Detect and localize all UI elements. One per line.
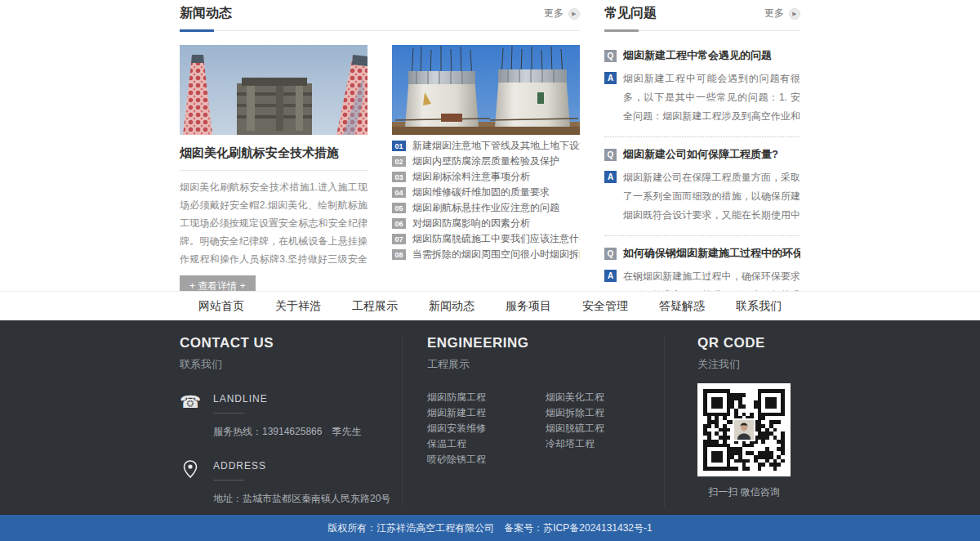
faq-section-title: 常见问题 <box>604 5 657 22</box>
footer-link-anticorrosion[interactable]: 烟囱防腐工程 <box>427 392 546 402</box>
news-list-item[interactable]: 08 当需拆除的烟囱周围空间很小时烟囱拆除施工该如... <box>392 249 580 260</box>
footer-link-beautification[interactable]: 烟囱美化工程 <box>546 392 664 402</box>
news-more-link[interactable]: 更多 ▶ <box>544 7 580 20</box>
faq-item: Q 烟囱新建工程中常会遇见的问题 A 烟囱新建工程中可能会遇到的问题有很多，以下… <box>604 48 800 137</box>
landline-block: ☎ LANDLINE 服务热线：13914625866 季先生 <box>180 393 402 439</box>
qrcode-title-en: QR CODE <box>697 335 800 351</box>
top-section: 新闻动态 更多 ▶ <box>0 0 980 291</box>
list-number-badge: 03 <box>392 172 406 182</box>
contact-title-cn: 联系我们 <box>180 357 402 372</box>
qr-caption: 扫一扫 微信咨询 <box>697 485 791 499</box>
featured-article: 烟囱美化刷航标安全技术措施 烟囱美化刷航标安全技术措施1.进入施工现场必须戴好安… <box>180 45 368 291</box>
copyright-text: 版权所有：江苏祥浩高空工程有限公司 备案号：苏ICP备2024131432号-1 <box>327 521 652 535</box>
main-navigation: 网站首页 关于祥浩 工程展示 新闻动态 服务项目 安全管理 答疑解惑 联系我们 <box>0 291 980 320</box>
news-list-item-title: 烟囱刷标涂料注意事项分析 <box>412 170 530 184</box>
news-list-item[interactable]: 04 烟囱维修碳纤维加固的质量要求 <box>392 187 580 198</box>
arrow-right-icon: ▶ <box>568 8 580 20</box>
list-number-badge: 07 <box>392 234 406 244</box>
featured-article-image[interactable] <box>180 45 368 135</box>
divider <box>213 413 244 414</box>
faq-section: 常见问题 更多 ▶ Q 烟囱新建工程中常会遇见的问题 A <box>604 0 800 291</box>
footer-link-demolition[interactable]: 烟囱拆除工程 <box>546 408 664 418</box>
news-list-item[interactable]: 05 烟囱刷航标悬挂作业应注意的问题 <box>392 203 580 213</box>
footer-engineering-column: ENGINEERING 工程展示 烟囱防腐工程 烟囱新建工程 烟囱安装维修 保温… <box>402 335 664 506</box>
address-text: 地址：盐城市盐都区秦南镇人民东路20号 <box>213 492 390 506</box>
footer-link-cooling-tower[interactable]: 冷却塔工程 <box>546 439 664 449</box>
faq-question-text: 如何确保钢烟囱新建施工过程中的环保要求? <box>623 246 800 261</box>
news-list-item[interactable]: 01 新建烟囱注意地下管线及其地上地下设施的加固措施 <box>392 141 580 151</box>
faq-question[interactable]: Q 烟囱新建工程中常会遇见的问题 <box>604 48 800 63</box>
news-section-title: 新闻动态 <box>180 5 232 22</box>
faq-answer: A 烟囱新建工程中可能会遇到的问题有很多，以下是其中一些常见的问题：1. 安全问… <box>604 69 800 126</box>
arrow-right-icon: ▶ <box>789 8 800 20</box>
engineering-title-en: ENGINEERING <box>427 335 664 351</box>
footer-link-sandblasting[interactable]: 喷砂除锈工程 <box>427 454 546 464</box>
address-label: ADDRESS <box>213 460 390 472</box>
list-number-badge: 08 <box>392 249 406 260</box>
faq-answer-text: 烟囱新建公司在保障工程质量方面，采取了一系列全面而细致的措施，以确保所建烟囱既符… <box>623 168 800 225</box>
news-list-item[interactable]: 06 对烟囱防腐影响的因素分析 <box>392 218 580 229</box>
phone-number: 服务热线：13914625866 季先生 <box>213 425 361 439</box>
featured-article-title[interactable]: 烟囱美化刷航标安全技术措施 <box>180 145 368 161</box>
news-list-item-title: 烟囱维修碳纤维加固的质量要求 <box>412 186 550 199</box>
faq-section-rule <box>604 30 800 31</box>
news-list-item[interactable]: 02 烟囱内壁防腐涂层质量检验及保护 <box>392 156 580 167</box>
faq-item: Q 烟囱新建公司如何保障工程质量? A 烟囱新建公司在保障工程质量方面，采取了一… <box>604 147 800 236</box>
footer-link-install-repair[interactable]: 烟囱安装维修 <box>427 423 546 433</box>
faq-question-text: 烟囱新建公司如何保障工程质量? <box>623 147 778 162</box>
question-badge: Q <box>604 248 617 260</box>
news-list-item[interactable]: 07 烟囱防腐脱硫施工中要我们应该注意什么 <box>392 234 580 244</box>
news-list-item-title: 对烟囱防腐影响的因素分析 <box>412 217 530 230</box>
nav-item-faq[interactable]: 答疑解惑 <box>659 299 705 314</box>
nav-item-news[interactable]: 新闻动态 <box>429 299 474 314</box>
news-section-rule <box>180 30 580 31</box>
footer-link-desulfurization[interactable]: 烟囱脱硫工程 <box>546 423 664 433</box>
faq-question[interactable]: Q 如何确保钢烟囱新建施工过程中的环保要求? <box>604 246 800 261</box>
featured-article-excerpt: 烟囱美化刷航标安全技术措施1.进入施工现场必须戴好安全帽2.烟囱美化、绘制航标施… <box>180 178 368 268</box>
news-list-item-title: 烟囱防腐脱硫施工中要我们应该注意什么 <box>412 232 580 246</box>
divider <box>213 480 244 481</box>
view-details-button[interactable]: + 查看详情 + <box>180 275 256 291</box>
phone-icon: ☎ <box>180 393 201 439</box>
nav-item-about[interactable]: 关于祥浩 <box>275 299 321 314</box>
faq-question[interactable]: Q 烟囱新建公司如何保障工程质量? <box>604 147 800 162</box>
nav-item-home[interactable]: 网站首页 <box>198 299 244 314</box>
question-badge: Q <box>604 50 617 62</box>
news-list-item[interactable]: 03 烟囱刷标涂料注意事项分析 <box>392 172 580 182</box>
divider <box>180 170 368 171</box>
news-section: 新闻动态 更多 ▶ <box>180 0 580 291</box>
list-number-badge: 04 <box>392 187 406 198</box>
faq-answer-text: 在钢烟囱新建施工过程中，确保环保要求得到严格遵守是至关重要的。这不仅关乎到施工过… <box>623 267 800 291</box>
news-list-image[interactable] <box>392 45 580 135</box>
footer: CONTACT US 联系我们 ☎ LANDLINE 服务热线：13914625… <box>0 320 980 515</box>
answer-badge: A <box>604 72 617 84</box>
landline-label: LANDLINE <box>213 393 361 405</box>
engineering-title-cn: 工程展示 <box>427 357 664 372</box>
nav-item-safety[interactable]: 安全管理 <box>582 299 628 314</box>
news-list-item-title: 烟囱刷航标悬挂作业应注意的问题 <box>412 201 559 215</box>
faq-answer: A 在钢烟囱新建施工过程中，确保环保要求得到严格遵守是至关重要的。这不仅关乎到施… <box>604 267 800 291</box>
list-number-badge: 02 <box>392 156 406 167</box>
news-more-label: 更多 <box>544 7 564 20</box>
faq-more-label: 更多 <box>764 7 784 20</box>
faq-answer: A 烟囱新建公司在保障工程质量方面，采取了一系列全面而细致的措施，以确保所建烟囱… <box>604 168 800 225</box>
nav-item-services[interactable]: 服务项目 <box>506 299 551 314</box>
list-number-badge: 06 <box>392 218 406 229</box>
nav-item-projects[interactable]: 工程展示 <box>352 299 398 314</box>
news-list-item-title: 新建烟囱注意地下管线及其地上地下设施的加固措施 <box>412 139 580 153</box>
qrcode-title-cn: 关注我们 <box>697 357 800 372</box>
list-number-badge: 05 <box>392 203 406 213</box>
footer-contact-column: CONTACT US 联系我们 ☎ LANDLINE 服务热线：13914625… <box>180 335 402 506</box>
answer-badge: A <box>604 270 617 282</box>
faq-more-link[interactable]: 更多 ▶ <box>764 7 800 20</box>
footer-link-insulation[interactable]: 保温工程 <box>427 439 546 449</box>
address-block: ADDRESS 地址：盐城市盐都区秦南镇人民东路20号 <box>180 460 402 506</box>
contact-title-en: CONTACT US <box>180 335 402 351</box>
copyright-bar: 版权所有：江苏祥浩高空工程有限公司 备案号：苏ICP备2024131432号-1 <box>0 515 980 541</box>
news-list-column: 01 新建烟囱注意地下管线及其地上地下设施的加固措施 02 烟囱内壁防腐涂层质量… <box>392 45 580 291</box>
answer-badge: A <box>604 171 617 183</box>
list-number-badge: 01 <box>392 141 406 151</box>
nav-item-contact[interactable]: 联系我们 <box>736 299 782 314</box>
footer-link-newbuild[interactable]: 烟囱新建工程 <box>427 408 546 418</box>
location-pin-icon <box>180 460 201 506</box>
